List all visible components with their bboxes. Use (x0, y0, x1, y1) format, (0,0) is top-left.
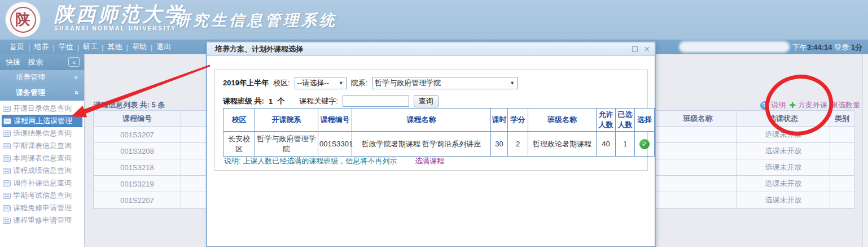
plan-external-course-button[interactable]: ✚ 方案外课 (789, 100, 827, 110)
maximize-icon[interactable] (632, 46, 638, 52)
menu-training[interactable]: 培养 (30, 42, 52, 52)
modal-table-row: 长安校区 哲学与政府管理学院 001S3301 哲政学院暑期课程 哲学前沿系列讲… (223, 132, 655, 157)
tab-quick[interactable]: 快捷 (6, 57, 20, 67)
list-icon (3, 106, 11, 112)
cell-code: 001S3207 (94, 127, 181, 143)
login-duration: 1分 (851, 43, 862, 51)
cell-class (659, 127, 737, 143)
list-icon (3, 205, 11, 211)
tab-search[interactable]: 搜索 (28, 57, 43, 67)
login-label: 登录: (834, 43, 851, 51)
limit-quantity-button[interactable]: 限选数量 (831, 100, 860, 110)
cell-code: 001S3218 (94, 159, 181, 176)
sidebar-item-open-course-catalog[interactable]: 开课目录信息查询 (0, 102, 84, 115)
plus-icon: ✚ (789, 101, 796, 110)
cell-category (830, 143, 854, 159)
class-name-link[interactable]: 哲理政论暑期课程 (528, 132, 597, 157)
campus-label: 校区: (273, 78, 290, 88)
sidebar-item-weekly-timetable[interactable]: 本周课表信息查询 (0, 152, 84, 164)
class-count-unit: 个 (277, 96, 284, 106)
campus-selected-value: --请选择-- (297, 78, 329, 88)
cell-code: 001S2207 (94, 192, 181, 209)
mcol-code: 课程编号 (318, 109, 352, 132)
search-fieldset: 2019年上半年 校区: --请选择-- ▼ 院系: 哲学与政府管理学院 ▼ 课… (214, 70, 648, 171)
sidebar-header: 快捷 搜索 « (0, 54, 84, 70)
mcol-hours: 课时 (491, 109, 508, 132)
university-name-zh: 陕西师范大学 (54, 5, 186, 25)
menu-logout[interactable]: 退出 (152, 42, 175, 52)
term-label: 2019年上半年 (223, 78, 269, 88)
group-course-label: 课务管理 (16, 88, 45, 98)
sidebar-item-label: 选课结果信息查询 (13, 128, 72, 138)
select-check-icon[interactable]: ✓ (639, 139, 650, 149)
help-button[interactable]: ? 说明 (760, 100, 786, 110)
campus-select[interactable]: --请选择-- ▼ (295, 77, 347, 89)
col-course-code: 课程编号 (94, 111, 181, 127)
dialog-titlebar[interactable]: 培养方案、计划外课程选择 ✕ (207, 42, 655, 56)
cell-class (659, 143, 737, 159)
chevron-down-icon: » (73, 76, 81, 80)
redacted-username (679, 41, 790, 53)
mcell-credits: 2 (508, 132, 528, 157)
count-label: 共: (140, 101, 150, 109)
modal-table-header-row: 校区 开课院系 课程编号 课程名称 课时 学分 班级名称 允许人数 已选人数 选… (223, 109, 655, 132)
keyword-label: 课程关键字: (299, 96, 338, 106)
sidebar-item-course-retake[interactable]: 课程重修申请管理 (0, 214, 84, 227)
question-icon: ? (760, 101, 769, 110)
sidebar-group-course[interactable]: 课务管理 » (0, 85, 84, 101)
scrollbar[interactable] (862, 54, 868, 247)
sidebar-item-semester-timetable[interactable]: 学期课表信息查询 (0, 140, 84, 152)
cell-status: 选课未开放 (737, 143, 830, 159)
list-icon (3, 118, 11, 124)
menu-other[interactable]: 其他 (104, 42, 126, 52)
selectable-course-table: 校区 开课院系 课程编号 课程名称 课时 学分 班级名称 允许人数 已选人数 选… (223, 108, 655, 157)
sidebar-item-online-course-selection[interactable]: 课程网上选课管理 (2, 115, 82, 127)
mcell-dept: 哲学与政府管理学院 (255, 132, 318, 157)
close-icon[interactable]: ✕ (643, 45, 650, 53)
keyword-input[interactable] (343, 96, 409, 107)
sidebar-item-selection-results[interactable]: 选课结果信息查询 (0, 127, 84, 140)
sidebar-item-course-exemption[interactable]: 课程免修申请管理 (0, 202, 84, 214)
mcell-chosen: 1 (616, 132, 635, 157)
mcol-select: 选择 (635, 109, 655, 132)
mcell-code: 001S3301 (318, 132, 352, 157)
sidebar-item-label: 开课目录信息查询 (13, 103, 72, 114)
class-count-label: 课程班级 共: (223, 96, 264, 106)
mcell-hours: 30 (491, 132, 508, 157)
plan-label: 方案外课 (798, 100, 827, 110)
mcell-select: ✓ (635, 132, 655, 157)
system-title: 研究生信息管理系统 (175, 10, 337, 31)
sidebar-item-semester-exams[interactable]: 学期考试信息查询 (0, 189, 84, 202)
cell-category (830, 192, 854, 209)
cell-code: 001S3219 (94, 176, 181, 192)
mcol-dept: 开课院系 (255, 109, 318, 132)
university-logo: 陕 (5, 2, 41, 37)
cell-class (659, 159, 737, 176)
query-button[interactable]: 查询 (414, 95, 439, 107)
sidebar-item-class-adjustment[interactable]: 调停补课信息查询 (0, 177, 84, 189)
dialog-title: 培养方案、计划外课程选择 (215, 44, 303, 54)
chevron-up-icon: » (73, 91, 81, 95)
full-courses-link[interactable]: 选满课程 (415, 157, 444, 165)
mcol-campus: 校区 (223, 109, 255, 132)
limit-label: 限选数量 (831, 100, 860, 110)
cell-status: 选课未开放 (737, 176, 830, 192)
mcol-credits: 学分 (508, 109, 528, 132)
sidebar-item-label: 本周课表信息查询 (13, 153, 72, 163)
department-select[interactable]: 哲学与政府管理学院 ▼ (372, 77, 518, 89)
sidebar-item-label: 学期课表信息查询 (13, 141, 72, 151)
sidebar-item-course-grades[interactable]: 课程成绩信息查询 (0, 164, 84, 177)
mcol-name: 课程名称 (352, 109, 491, 132)
university-seal-icon: 陕 (10, 7, 36, 33)
cell-status: 选课未开放 (737, 159, 830, 176)
keyword-row: 课程班级 共: 1 个 课程关键字: 查询 (223, 95, 439, 107)
menu-help[interactable]: 帮助 (128, 42, 151, 52)
menu-home[interactable]: 首页 (6, 42, 28, 52)
sidebar-collapse-icon[interactable]: « (68, 57, 80, 67)
list-icon (3, 143, 11, 149)
sidebar-menu: 开课目录信息查询 课程网上选课管理 选课结果信息查询 学期课表信息查询 本周课表… (0, 101, 84, 227)
menu-degree[interactable]: 学位 (55, 42, 77, 52)
sidebar-group-training[interactable]: 培养管理 » (0, 70, 84, 85)
menu-research[interactable]: 研工 (79, 42, 102, 52)
col-class-name: 班级名称 (659, 111, 737, 127)
